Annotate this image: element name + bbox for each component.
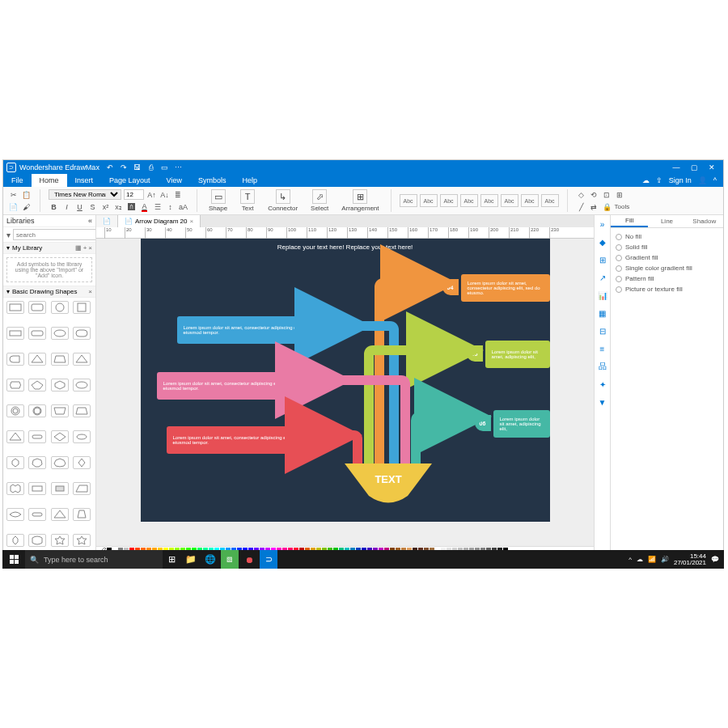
volume-icon[interactable]: 🔊 [661, 556, 669, 563]
export-icon[interactable]: ▭ [159, 163, 171, 172]
shape-item[interactable] [28, 430, 46, 443]
shape-item[interactable] [28, 482, 46, 495]
align-tool-icon[interactable]: ⊟ [597, 325, 608, 336]
bullets-icon[interactable]: ☰ [152, 201, 163, 212]
style-preset[interactable]: Abc [420, 194, 438, 207]
fill-option[interactable]: Single color gradient fill [616, 265, 718, 272]
shape-item[interactable] [51, 327, 69, 340]
print-icon[interactable]: ⎙ [146, 163, 157, 172]
style-preset[interactable]: Abc [521, 194, 539, 207]
chart-tool-icon[interactable]: 📊 [597, 290, 608, 301]
select-button[interactable]: ⬀Select [307, 189, 332, 212]
user-icon[interactable]: 👤 [698, 176, 707, 184]
shape-item[interactable] [51, 430, 69, 443]
search-input[interactable] [13, 229, 96, 240]
shape-item[interactable] [51, 482, 69, 495]
taskbar-search[interactable]: 🔍Type here to search [25, 550, 163, 569]
onedrive-icon[interactable]: ☁ [637, 556, 643, 563]
superscript-icon[interactable]: x² [100, 201, 111, 212]
shape-item[interactable] [73, 301, 91, 314]
shape-item[interactable] [73, 379, 91, 392]
shape-item[interactable] [28, 379, 46, 392]
connector-button[interactable]: ↳Connector [265, 189, 301, 212]
start-button[interactable] [2, 550, 25, 569]
flip-icon[interactable]: ⇄ [589, 201, 599, 212]
fill-icon[interactable]: ◇ [576, 189, 586, 200]
line-icon[interactable]: ╱ [576, 201, 586, 212]
fill-option[interactable]: Picture or texture fill [616, 286, 718, 293]
shape-item[interactable] [28, 327, 46, 340]
shape-item[interactable] [51, 404, 69, 417]
minimize-button[interactable]: — [668, 162, 684, 173]
menu-page-layout[interactable]: Page Layout [101, 174, 159, 187]
shape-item[interactable] [73, 508, 91, 521]
font-family-select[interactable]: Times New Roman [49, 189, 121, 200]
tab-blank[interactable]: 📄 [96, 215, 118, 227]
shape-item[interactable] [51, 379, 69, 392]
shape-item[interactable] [6, 301, 24, 314]
close-button[interactable]: ✕ [704, 162, 720, 173]
save-icon[interactable]: 🖫 [132, 163, 143, 172]
menu-help[interactable]: Help [234, 174, 265, 187]
shape-item[interactable] [51, 353, 69, 366]
canvas-scroll[interactable]: Replace your text here! Replace your tex… [96, 239, 594, 546]
copy-icon[interactable]: 📋 [21, 189, 32, 200]
shape-item[interactable] [6, 404, 24, 417]
arrangement-button[interactable]: ⊞Arrangement [338, 189, 382, 212]
page-tool-icon[interactable]: ▼ [597, 396, 608, 408]
clock-date[interactable]: 27/01/2021 [674, 559, 706, 566]
rotate-icon[interactable]: ⟲ [589, 189, 599, 200]
menu-symbols[interactable]: Symbols [190, 174, 235, 187]
shape-item[interactable] [6, 327, 24, 340]
undo-icon[interactable]: ↶ [104, 163, 116, 172]
shape-item[interactable] [6, 534, 24, 547]
shape-item[interactable] [73, 353, 91, 366]
text-button[interactable]: TText [237, 189, 258, 212]
table-tool-icon[interactable]: ▦ [597, 307, 608, 319]
shape-item[interactable] [28, 301, 46, 314]
app-1-icon[interactable]: ▧ [221, 550, 239, 569]
font-smaller-icon[interactable]: A↓ [159, 189, 170, 200]
shape-item[interactable] [6, 353, 24, 366]
collapse-ribbon-icon[interactable]: ^ [713, 176, 717, 184]
style-preset[interactable]: Abc [541, 194, 559, 207]
shape-item[interactable] [51, 456, 69, 469]
style-preset[interactable]: Abc [400, 194, 417, 207]
tab-document[interactable]: 📄Arrow Diagram 20× [118, 215, 201, 227]
shape-button[interactable]: ▭Shape [205, 189, 231, 212]
shape-item[interactable] [6, 508, 24, 521]
shape-item[interactable] [51, 301, 69, 314]
menu-insert[interactable]: Insert [67, 174, 102, 187]
shape-item[interactable] [28, 508, 46, 521]
tab-shadow[interactable]: Shadow [686, 215, 723, 227]
cloud-icon[interactable]: ☁ [642, 176, 650, 184]
shape-item[interactable] [73, 456, 91, 469]
cut-icon[interactable]: ✂ [8, 189, 19, 200]
maximize-button[interactable]: ▢ [686, 162, 702, 173]
expand-panel-icon[interactable]: » [597, 218, 608, 230]
mylib-label[interactable]: My Library [12, 244, 42, 252]
paste-icon[interactable]: 📄 [8, 201, 19, 212]
fill-option[interactable]: Solid fill [616, 243, 718, 251]
clear-format-icon[interactable]: aA [178, 201, 188, 212]
shape-item[interactable] [73, 534, 91, 547]
style-preset[interactable]: Abc [460, 194, 478, 207]
canvas[interactable]: Replace your text here! Replace your tex… [141, 239, 550, 522]
italic-icon[interactable]: I [61, 201, 72, 212]
tab-close-icon[interactable]: × [189, 218, 193, 225]
share-icon[interactable]: ⇪ [656, 176, 662, 184]
signin-link[interactable]: Sign In [669, 176, 692, 184]
shape-item[interactable] [73, 327, 91, 340]
more-icon[interactable]: ⋯ [173, 163, 184, 172]
shape-item[interactable] [28, 353, 46, 366]
style-preset[interactable]: Abc [501, 194, 518, 207]
align-icon[interactable]: ≣ [172, 189, 183, 200]
layout-icon[interactable]: ⊞ [615, 189, 625, 200]
shape-item[interactable] [28, 404, 46, 417]
bold-icon[interactable]: B [49, 201, 59, 212]
subscript-icon[interactable]: x₂ [113, 201, 124, 212]
fill-option[interactable]: No fill [616, 233, 718, 240]
group-icon[interactable]: ⊡ [602, 189, 612, 200]
format-painter-icon[interactable]: 🖌 [21, 201, 32, 212]
fill-option[interactable]: Pattern fill [616, 275, 718, 282]
